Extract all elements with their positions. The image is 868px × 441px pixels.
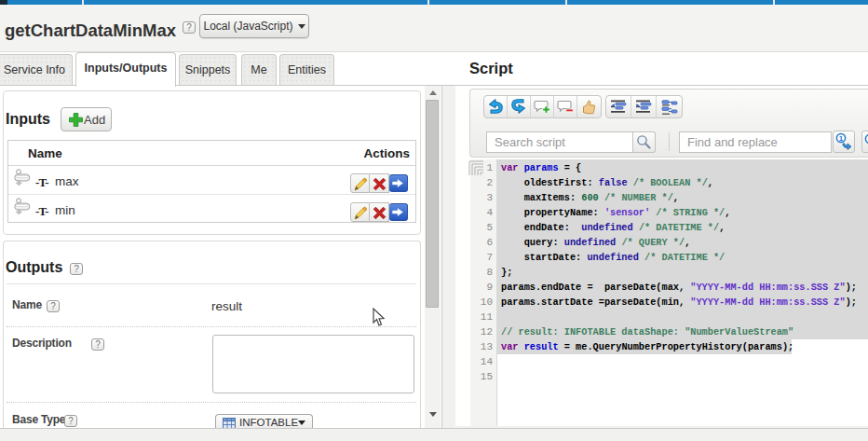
svg-text:1: 1 [839,134,844,143]
